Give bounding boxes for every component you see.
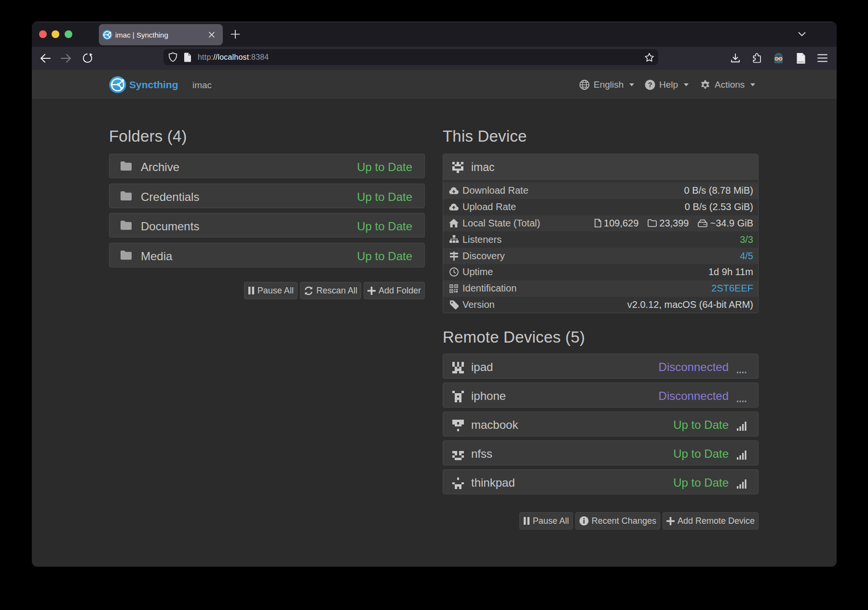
svg-text:?: ? bbox=[648, 80, 652, 89]
